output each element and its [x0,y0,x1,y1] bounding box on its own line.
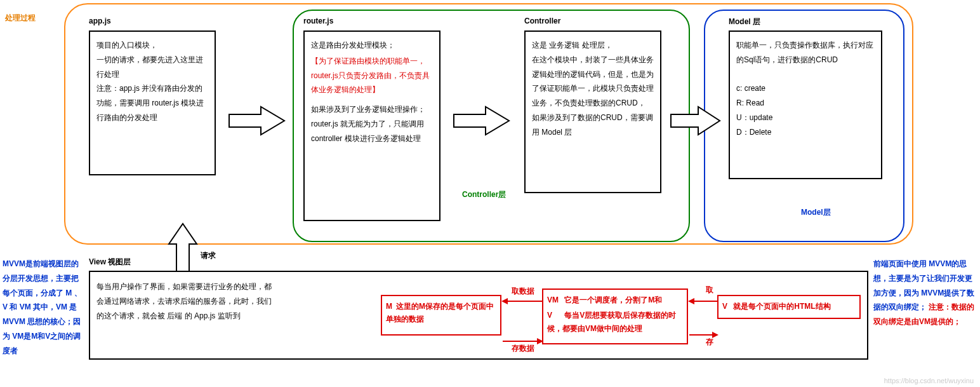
save-label: 存 [706,337,713,348]
router-body-red: 【为了保证路由模块的职能单一，router.js只负责分发路由，不负责具体业务逻… [311,54,433,97]
routerjs-box: 这是路由分发处理模块； 【为了保证路由模块的职能单一，router.js只负责分… [303,31,440,221]
svg-marker-10 [537,338,543,344]
watermark: https://blog.csdn.net/wuyxinu [884,377,974,384]
arrow-controller-to-model [668,102,725,140]
vm-tag-v: V [547,309,562,322]
getdata-label: 取数据 [512,286,534,297]
svg-marker-6 [169,224,197,277]
routerjs-title: router.js [303,17,333,25]
svg-marker-3 [229,107,284,135]
arrow-app-to-router [226,102,289,140]
vm-line1: 它是一个调度者，分割了M和 [564,295,662,304]
arrow-router-to-controller [451,102,514,140]
arrow-vm-v-top [688,295,718,307]
svg-marker-8 [501,298,508,304]
controller-box: 这是 业务逻辑 处理层， 在这个模块中，封装了一些具体业务逻辑处理的逻辑代码，但… [524,31,661,193]
controller-title: Controller [524,17,560,25]
svg-marker-4 [454,107,509,135]
vm-line2: 每当V层想要获取后保存数据的时候，都要由VM做中间的处理 [547,311,676,332]
request-label: 请求 [201,250,216,261]
get-label: 取 [706,285,713,295]
vm-tag-vm: VM [547,294,562,306]
savedata-label: 存数据 [512,343,534,354]
router-body1: 这是路由分发处理模块； [311,38,433,53]
model-box: 职能单一，只负责操作数据库，执行对应的Sql语句，进行数据的CRUD c: cr… [729,31,882,179]
appjs-title: app.js [89,17,111,25]
mvvm-right-note: 前端页面中使用 MVVM的思想，主要是为了让我们开发更加方便，因为 MVVM提供… [873,257,975,329]
svg-marker-5 [671,107,720,135]
vm-box: VM 它是一个调度者，分割了M和 V 每当V层想要获取后保存数据的时候，都要由V… [542,289,688,344]
view-title: View 视图层 [89,257,131,268]
mvvm-left-note: MVVM是前端视图层的分层开发思想，主要把每个页面，分成了 M 、V 和 VM … [3,257,85,358]
v-body: 就是每个页面中的HTML结构 [733,302,830,311]
view-body: 每当用户操作了界面，如果需要进行业务的处理，都会通过网络请求，去请求后端的服务器… [96,280,274,323]
m-box: M 这里的M保存的是每个页面中单独的数据 [381,295,501,336]
controller-layer-label: Controller层 [462,189,506,200]
router-body2: 如果涉及到了业务逻辑处理操作；router.js 就无能为力了，只能调用 con… [311,102,433,146]
appjs-box: 项目的入口模块， 一切的请求，都要先进入这里进行处理 注意：app.js 并没有… [89,31,216,175]
model-layer-label: Model层 [801,207,831,218]
model-title: Model 层 [729,17,760,27]
v-box: V 就是每个页面中的HTML结构 [717,295,861,319]
svg-marker-12 [688,298,694,304]
m-tag: M [386,300,392,313]
v-tag: V [722,302,727,311]
process-label: 处理过程 [5,13,36,24]
arrow-m-vm-top [501,295,543,307]
arrow-vm-v-bottom [688,329,718,341]
m-body: 这里的M保存的是每个页面中单独的数据 [386,302,494,323]
